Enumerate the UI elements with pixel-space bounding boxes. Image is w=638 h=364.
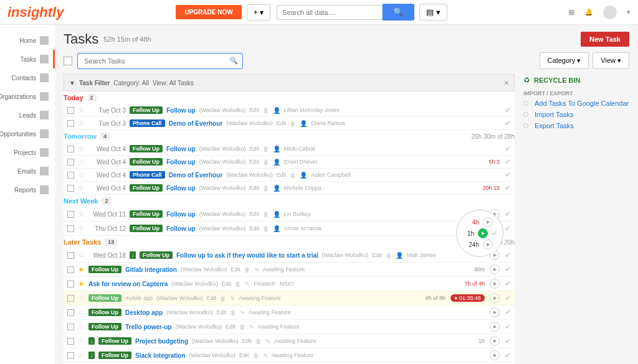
trash-icon[interactable]: 🗑 <box>239 324 245 330</box>
select-all-checkbox[interactable] <box>64 57 72 65</box>
trash-icon[interactable]: 🗑 <box>220 295 226 302</box>
timer-widget[interactable]: 4h▶ 1h▶✔ 24h▶ <box>456 210 503 257</box>
trash-icon[interactable]: 🗑 <box>235 281 241 287</box>
task-checkbox[interactable] <box>67 185 74 192</box>
complete-icon[interactable]: ✔ <box>505 157 511 166</box>
task-title[interactable]: Follow up <box>166 185 196 192</box>
edit-link[interactable]: Edit <box>249 159 259 165</box>
sidenav-tasks[interactable]: Tasks <box>0 50 55 68</box>
task-checkbox[interactable] <box>67 252 74 259</box>
star-icon[interactable]: ☆ <box>78 184 85 192</box>
view-toggle-button[interactable]: ▤ ▾ <box>419 4 447 21</box>
play-icon[interactable]: ▶ <box>490 279 500 289</box>
complete-icon[interactable]: ✔ <box>505 119 511 128</box>
task-checkbox[interactable] <box>67 225 74 232</box>
task-checkbox[interactable] <box>67 352 74 359</box>
trash-icon[interactable]: 🗑 <box>263 225 269 232</box>
sidenav-projects[interactable]: Projects <box>0 143 55 162</box>
trash-icon[interactable]: 🗑 <box>263 185 269 192</box>
star-icon[interactable]: ☆ <box>78 157 85 166</box>
edit-link[interactable]: Edit <box>217 309 227 315</box>
complete-icon[interactable]: ✔ <box>505 294 511 302</box>
task-row[interactable]: ★Follow UpGitlab integration(Waclaw Wolo… <box>64 263 515 277</box>
sidenav-organizations[interactable]: Organizations <box>0 87 55 106</box>
complete-icon[interactable]: ✔ <box>505 351 511 360</box>
sidenav-home[interactable]: Home <box>0 31 55 50</box>
complete-icon[interactable]: ✔ <box>505 106 511 114</box>
import-tasks-link[interactable]: Import Tasks <box>523 109 629 120</box>
task-row[interactable]: ☆Wed Oct 4Follow UpFollow up(Waclaw Wolo… <box>64 156 515 169</box>
task-checkbox[interactable] <box>67 146 74 152</box>
task-title[interactable]: Follow up to ask if they would like to s… <box>176 252 318 259</box>
sidenav-contacts[interactable]: Contacts <box>0 68 55 87</box>
edit-link[interactable]: Edit <box>249 146 259 152</box>
edit-link[interactable]: Edit <box>231 266 240 273</box>
task-row[interactable]: ☆ Tue Oct 3 Follow Up Follow up (Waclaw … <box>64 104 515 117</box>
edit-link[interactable]: Edit <box>226 324 236 330</box>
search-tasks-input[interactable] <box>77 53 243 69</box>
task-checkbox[interactable] <box>67 309 74 316</box>
task-title[interactable]: Demo of Everhour <box>169 172 223 179</box>
play-icon[interactable]: ▶ <box>490 322 500 332</box>
task-title[interactable]: Gitlab integration <box>125 266 177 273</box>
view-filter-button[interactable]: View ▾ <box>593 52 629 69</box>
notifications-icon[interactable]: 🔔 <box>584 8 593 16</box>
task-title[interactable]: Project budgeting <box>135 338 188 345</box>
task-row[interactable]: ☆Wed Oct 4Phone CallDemo of Everhour(Wac… <box>64 169 515 182</box>
complete-icon[interactable]: ✔ <box>505 144 511 153</box>
task-checkbox[interactable] <box>67 172 74 179</box>
task-checkbox[interactable] <box>67 159 74 166</box>
avatar[interactable] <box>603 6 617 19</box>
task-title[interactable]: Ask for review on Capterra <box>88 281 168 287</box>
trash-icon[interactable]: 🗑 <box>230 309 236 316</box>
timer-pill[interactable]: ● 01:35:46 <box>450 294 485 302</box>
star-icon[interactable]: ☆ <box>78 119 85 128</box>
filter-view[interactable]: View: All Tasks <box>153 80 194 86</box>
star-icon[interactable]: ☆ <box>78 337 85 345</box>
task-row[interactable]: ☆Thu Oct 12Follow UpFollow up(Waclaw Wol… <box>64 222 515 236</box>
trash-icon[interactable]: 🗑 <box>386 252 392 259</box>
star-icon[interactable]: ☆ <box>78 351 85 360</box>
trash-icon[interactable]: 🗑 <box>290 172 296 179</box>
task-row[interactable]: ☆Wed Oct 4Follow UpFollow up(Waclaw Wolo… <box>64 182 515 195</box>
edit-link[interactable]: Edit <box>249 185 259 191</box>
sidenav-emails[interactable]: Emails <box>0 162 55 180</box>
complete-icon[interactable]: ✔ <box>505 308 511 317</box>
task-title[interactable]: Follow up <box>166 225 196 232</box>
task-title[interactable]: Trello power-up <box>125 324 171 330</box>
sidenav-opportunities[interactable]: Opportunities <box>0 124 55 143</box>
task-row[interactable]: ☆Follow UpDesktop app(Waclaw Wolodko)Edi… <box>64 306 515 320</box>
logo[interactable]: insightly <box>7 4 64 21</box>
edit-link[interactable]: Edit <box>249 225 259 231</box>
star-icon[interactable]: ☆ <box>78 170 85 179</box>
trash-icon[interactable]: 🗑 <box>263 159 269 166</box>
task-row[interactable]: ☆↓Follow UpSlack integration(Waclaw Wolo… <box>64 348 515 363</box>
star-icon[interactable]: ★ <box>78 279 85 288</box>
task-row[interactable]: ☆ Tue Oct 3 Phone Call Demo of Everhour … <box>64 117 515 130</box>
complete-icon[interactable]: ✔ <box>505 265 511 274</box>
task-title[interactable]: mobile app <box>125 295 153 301</box>
task-row[interactable]: ☆Wed Oct 18↓Follow UpFollow up to ask if… <box>64 248 515 263</box>
edit-link[interactable]: Edit <box>277 120 287 126</box>
edit-link[interactable]: Edit <box>372 252 382 258</box>
play-icon[interactable]: ▶ <box>483 240 493 250</box>
star-icon[interactable]: ☆ <box>78 294 85 302</box>
play-icon[interactable]: ▶ <box>483 217 493 227</box>
trash-icon[interactable]: 🗑 <box>253 352 259 359</box>
star-icon[interactable]: ☆ <box>78 210 85 218</box>
edit-link[interactable]: Edit <box>249 211 259 217</box>
trash-icon[interactable]: 🗑 <box>263 107 269 114</box>
trash-icon[interactable]: 🗑 <box>263 211 269 218</box>
task-title[interactable]: Slack integration <box>135 352 186 359</box>
add-to-calendar-link[interactable]: Add Tasks To Google Calendar <box>523 98 629 109</box>
task-checkbox[interactable] <box>67 266 74 273</box>
task-checkbox[interactable] <box>67 338 74 345</box>
trash-icon[interactable]: 🗑 <box>255 338 262 345</box>
edit-link[interactable]: Edit <box>242 338 252 344</box>
complete-icon[interactable]: ✔ <box>505 279 511 288</box>
complete-icon[interactable]: ✔ <box>505 337 511 345</box>
global-search-input[interactable] <box>277 5 383 20</box>
task-row[interactable]: ★Ask for review on Capterra(Waclaw Wolod… <box>64 277 515 291</box>
task-row[interactable]: ☆Wed Oct 4Follow UpFollow up(Waclaw Wolo… <box>64 142 515 156</box>
category-filter-button[interactable]: Category ▾ <box>540 52 589 69</box>
